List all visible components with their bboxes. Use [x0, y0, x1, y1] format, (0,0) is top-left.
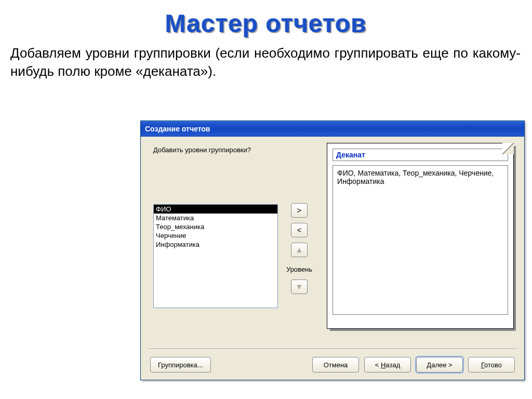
field-item[interactable]: Теор_механика: [154, 222, 277, 231]
field-item[interactable]: Черчение: [154, 231, 277, 240]
finish-rest: отово: [484, 361, 502, 369]
remove-level-button[interactable]: <: [291, 223, 308, 237]
dialog-titlebar: Создание отчетов: [141, 121, 524, 137]
level-label: Уровень: [284, 265, 315, 273]
grouping-options-button[interactable]: Группировка...: [150, 357, 211, 373]
next-mnemonic: Д: [427, 361, 431, 369]
preview-page: Деканат ФИО, Математика, Теор_механика, …: [327, 143, 514, 329]
report-preview: Деканат ФИО, Математика, Теор_механика, …: [327, 143, 514, 329]
field-item[interactable]: ФИО: [154, 205, 277, 214]
dialog-footer: Группировка... Отмена < Назад Далее > Го…: [150, 357, 515, 373]
finish-button[interactable]: Готово: [468, 357, 515, 373]
back-rest: азад: [385, 361, 400, 369]
report-wizard-dialog: Создание отчетов Добавить уровни группир…: [140, 121, 525, 380]
back-mnemonic: Н: [381, 361, 385, 369]
field-item[interactable]: Информатика: [154, 240, 277, 249]
level-down-button[interactable]: ▼: [291, 280, 308, 294]
field-item[interactable]: Математика: [154, 214, 277, 222]
cancel-button[interactable]: Отмена: [312, 357, 359, 373]
back-button[interactable]: < Назад: [364, 357, 411, 373]
preview-group-header: Деканат: [332, 149, 508, 161]
move-buttons-column: > < ▲ Уровень ▼: [286, 203, 312, 294]
next-rest: алее >: [431, 361, 452, 369]
level-up-button[interactable]: ▲: [291, 243, 308, 257]
next-button[interactable]: Далее >: [416, 357, 463, 373]
available-fields-list[interactable]: ФИОМатематикаТеор_механикаЧерчениеИнформ…: [153, 204, 278, 308]
slide-description: Добавляем уровни группировки (если необх…: [0, 44, 532, 81]
back-prefix: <: [375, 361, 381, 369]
dialog-body: Добавить уровни группировки? ФИОМатемати…: [141, 137, 524, 380]
preview-fields-box: ФИО, Математика, Теор_механика, Черчение…: [332, 165, 508, 315]
separator: [148, 349, 517, 350]
dialog-title: Создание отчетов: [145, 125, 210, 133]
add-level-button[interactable]: >: [291, 203, 308, 218]
slide-title: Мастер отчетов: [0, 9, 532, 38]
